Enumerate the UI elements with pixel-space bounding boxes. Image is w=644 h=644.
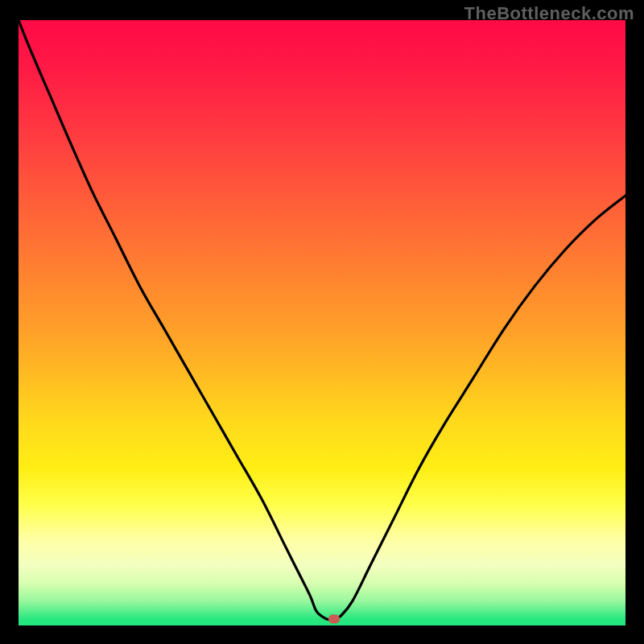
watermark-text: TheBottleneck.com bbox=[464, 3, 634, 24]
chart-container: TheBottleneck.com bbox=[0, 0, 644, 644]
minimum-marker bbox=[328, 615, 340, 624]
bottleneck-curve bbox=[19, 20, 625, 625]
